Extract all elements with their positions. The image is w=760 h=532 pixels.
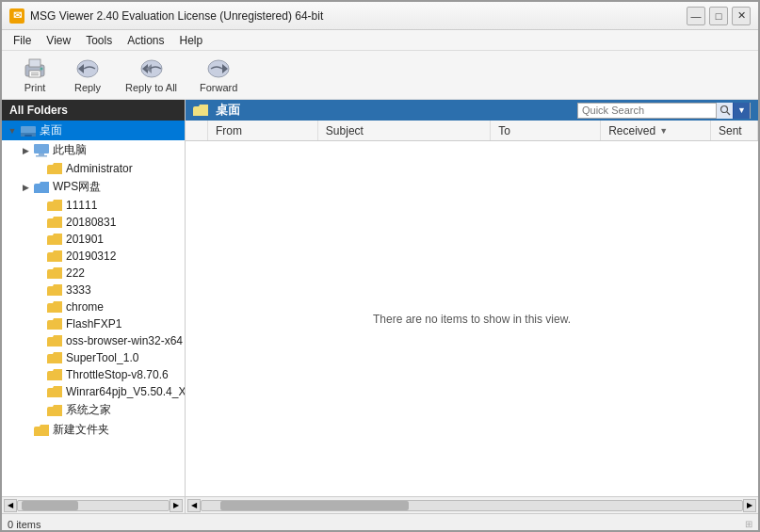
sidebar-item-thispc[interactable]: ▶ 此电脑 [2, 140, 185, 160]
sidebar-label-11111: 11111 [66, 199, 97, 212]
reply-icon [74, 57, 101, 80]
th-sent[interactable]: Sent [711, 121, 758, 140]
svg-rect-3 [31, 73, 39, 73]
sidebar-item-222[interactable]: 222 [2, 265, 185, 282]
sidebar-label-winrar: Winrar64pjb_V5.50.4_Xi [66, 385, 185, 398]
content-scroll-left[interactable]: ◀ [187, 499, 201, 512]
sidebar-label-supertool: SuperTool_1.0 [66, 351, 138, 364]
sidebar-item-throttle[interactable]: ThrottleStop-v8.70.6 [2, 366, 185, 383]
svg-point-19 [720, 106, 727, 113]
content-hscrollbar-track[interactable] [201, 500, 743, 511]
sidebar-label-desktop: 桌面 [40, 122, 62, 138]
scroll-left-arrow[interactable]: ◀ [4, 499, 17, 512]
sidebar-label-20180831: 20180831 [66, 216, 116, 229]
th-from[interactable]: From [208, 121, 318, 140]
menu-help[interactable]: Help [172, 32, 211, 49]
sidebar-item-winrar[interactable]: Winrar64pjb_V5.50.4_Xi [2, 383, 185, 400]
print-button[interactable]: Print [9, 53, 60, 98]
sidebar-item-desktop[interactable]: ▼ 桌面 [2, 121, 185, 140]
svg-rect-16 [34, 144, 49, 153]
sidebar-label-system: 系统之家 [66, 402, 111, 418]
content-hscrollbar-thumb[interactable] [220, 501, 409, 510]
print-label: Print [24, 82, 46, 93]
svg-rect-18 [36, 155, 47, 157]
svg-line-20 [727, 112, 730, 115]
sort-icon: ▼ [659, 126, 668, 136]
menu-tools[interactable]: Tools [78, 32, 120, 49]
empty-message: There are no items to show in this view. [373, 313, 571, 326]
sidebar-header: All Folders [2, 100, 185, 121]
sidebar-label-wps: WPS网盘 [53, 179, 101, 195]
sidebar-label-20190312: 20190312 [66, 250, 116, 263]
sidebar-item-20190312[interactable]: 20190312 [2, 248, 185, 265]
sidebar-label-throttle: ThrottleStop-v8.70.6 [66, 368, 169, 381]
reply-label: Reply [74, 82, 101, 93]
desktop-icon [21, 124, 36, 137]
sidebar-item-chrome[interactable]: chrome [2, 298, 185, 315]
forward-label: Forward [200, 82, 237, 93]
title-bar: ✉ MSG Viewer 2.40 Evaluation License (Un… [2, 2, 758, 30]
search-box[interactable]: ▼ [577, 103, 751, 119]
svg-rect-1 [29, 59, 40, 67]
hscrollbar-thumb[interactable] [22, 501, 78, 510]
sidebar-content[interactable]: ▼ 桌面 ▶ 此电脑 [2, 121, 185, 496]
sidebar: All Folders ▼ 桌面 ▶ 此电脑 [2, 100, 186, 513]
sidebar-item-supertool[interactable]: SuperTool_1.0 [2, 349, 185, 366]
sidebar-item-newfolder[interactable]: 新建文件夹 [2, 420, 185, 440]
expand-icon-desktop: ▼ [6, 124, 19, 137]
th-check [186, 121, 208, 140]
reply-all-button[interactable]: Reply to All [115, 53, 187, 98]
hscrollbar-track[interactable] [17, 500, 170, 511]
close-button[interactable]: ✕ [732, 7, 751, 25]
th-subject[interactable]: Subject [318, 121, 491, 140]
maximize-button[interactable]: □ [709, 7, 728, 25]
search-input[interactable] [578, 104, 716, 118]
app-icon: ✉ [9, 8, 24, 24]
sidebar-item-201901[interactable]: 201901 [2, 231, 185, 248]
content-scroll-right[interactable]: ▶ [743, 499, 756, 512]
sidebar-label-flashfxp: FlashFXP1 [66, 317, 121, 330]
sidebar-label-201901: 201901 [66, 233, 104, 246]
content-area: 桌面 ▼ From Subject [186, 100, 758, 513]
menu-view[interactable]: View [39, 32, 78, 49]
status-bar: 0 items ⊞ [2, 513, 758, 532]
sidebar-label-chrome: chrome [66, 300, 104, 314]
content-header: 桌面 ▼ [186, 100, 758, 121]
search-dropdown-button[interactable]: ▼ [733, 103, 750, 119]
th-received[interactable]: Received ▼ [601, 121, 711, 140]
scroll-right-arrow[interactable]: ▶ [170, 499, 183, 512]
admin-icon [47, 162, 62, 175]
window-title: MSG Viewer 2.40 Evaluation License (Unre… [30, 9, 323, 23]
content-hscrollbar[interactable]: ◀ ▶ [186, 496, 758, 513]
th-to[interactable]: To [491, 121, 601, 140]
wps-icon [34, 181, 49, 194]
svg-rect-17 [39, 153, 44, 155]
expand-icon-wps: ▶ [19, 181, 32, 194]
sidebar-label-newfolder: 新建文件夹 [53, 422, 109, 438]
sidebar-item-20180831[interactable]: 20180831 [2, 214, 185, 231]
search-button[interactable] [716, 103, 733, 119]
sidebar-item-wps[interactable]: ▶ WPS网盘 [2, 177, 185, 197]
menu-actions[interactable]: Actions [120, 32, 171, 49]
sidebar-item-11111[interactable]: 11111 [2, 197, 185, 214]
folder-header-icon [193, 104, 208, 117]
sidebar-item-flashfxp[interactable]: FlashFXP1 [2, 315, 185, 332]
sidebar-label-222: 222 [66, 266, 85, 280]
minimize-button[interactable]: — [687, 7, 705, 25]
sidebar-item-oss[interactable]: oss-browser-win32-x64 [2, 332, 185, 349]
svg-point-5 [40, 67, 43, 70]
reply-button[interactable]: Reply [62, 53, 113, 98]
toolbar: Print Reply Reply to All [2, 51, 758, 100]
menu-file[interactable]: File [6, 32, 39, 49]
forward-button[interactable]: Forward [189, 53, 248, 98]
svg-rect-2 [29, 71, 40, 77]
sidebar-hscrollbar[interactable]: ◀ ▶ [2, 496, 185, 513]
reply-all-label: Reply to All [125, 82, 177, 93]
svg-rect-15 [24, 135, 32, 137]
sidebar-label-admin: Administrator [66, 162, 133, 175]
sidebar-item-admin[interactable]: Administrator [2, 160, 185, 177]
table-body: There are no items to show in this view. [186, 141, 758, 496]
sidebar-item-3333[interactable]: 3333 [2, 282, 185, 298]
forward-icon [205, 57, 232, 80]
sidebar-item-system[interactable]: 系统之家 [2, 400, 185, 420]
